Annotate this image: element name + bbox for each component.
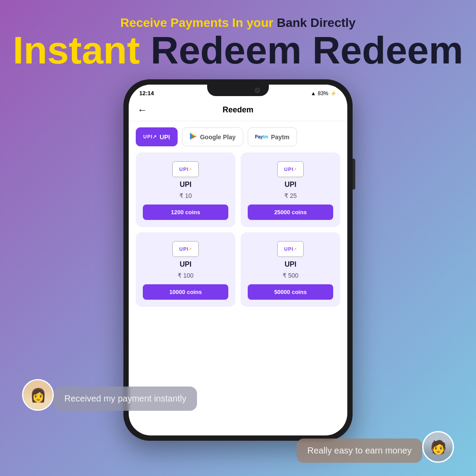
coins-button-4[interactable]: 50000 coins [248, 284, 333, 300]
coins-button-3[interactable]: 10000 coins [143, 284, 228, 300]
cards-grid: UPI ↗ UPI ₹ 10 1200 coins UPI ↗ UPI ₹ 25… [129, 152, 347, 314]
card-label-3: UPI [180, 260, 192, 268]
upi-logo-1: UPI ↗ [172, 161, 199, 177]
upi-tab-label: UPI [160, 134, 170, 141]
paytm-icon: Paytm [255, 134, 268, 139]
status-time: 12:14 [139, 90, 154, 97]
header-section: Receive Payments In your Bank Directly I… [13, 0, 463, 71]
card-amount-4: ₹ 500 [283, 272, 298, 279]
avatar-left: 👩 [22, 379, 54, 411]
main-title: Instant Redeem Redeem [13, 30, 463, 71]
app-header: ← Reedem [129, 99, 347, 121]
redeem-card-3: UPI ↗ UPI ₹ 100 10000 coins [136, 232, 235, 307]
notch-camera [255, 88, 260, 93]
tab-upi[interactable]: UPI↗ UPI [136, 127, 178, 146]
status-icons: ▲ 83% ⚡ [311, 90, 337, 97]
redeem-card-2: UPI ↗ UPI ₹ 25 25000 coins [241, 152, 340, 227]
bubble-left-text: Received my payment instantly [54, 387, 197, 411]
back-button[interactable]: ← [138, 104, 147, 116]
avatar-right: 🧑 [422, 431, 454, 463]
card-amount-1: ₹ 10 [179, 192, 192, 199]
coins-button-2[interactable]: 25000 coins [248, 205, 333, 220]
bubble-right-text: Really easy to earn money [297, 439, 422, 463]
card-label-4: UPI [285, 260, 297, 268]
card-amount-3: ₹ 100 [178, 272, 193, 279]
title-redeem: Redeem [151, 28, 301, 72]
googleplay-tab-label: Google Play [200, 134, 236, 141]
upi-logo-2: UPI ↗ [277, 161, 304, 177]
chat-bubble-right: Really easy to earn money 🧑 [297, 431, 454, 463]
subtitle-yellow: Receive Payments In your [120, 16, 273, 30]
googleplay-icon [190, 132, 197, 141]
title-instant: Instant [13, 28, 140, 72]
card-amount-2: ₹ 25 [284, 192, 297, 199]
tabs-row: UPI↗ UPI Google Play [129, 121, 347, 152]
paytm-tab-label: Paytm [271, 134, 290, 141]
signal-icon: ▲ [311, 90, 316, 97]
coins-button-1[interactable]: 1200 coins [143, 205, 228, 220]
battery-icon: ⚡ [330, 90, 337, 97]
card-label-1: UPI [180, 181, 192, 189]
upi-logo-3: UPI ↗ [172, 241, 199, 257]
phone-notch [207, 85, 269, 96]
avatar-right-image: 🧑 [424, 432, 453, 461]
title-redeem2: Redeem [312, 28, 463, 72]
app-title: Reedem [223, 105, 253, 115]
tab-paytm[interactable]: Paytm Paytm [248, 127, 297, 146]
upi-tab-icon: UPI↗ [143, 134, 157, 140]
battery-percent: 83% [318, 90, 328, 97]
redeem-card-4: UPI ↗ UPI ₹ 500 50000 coins [241, 232, 340, 307]
tab-googleplay[interactable]: Google Play [182, 127, 243, 146]
card-label-2: UPI [285, 181, 297, 189]
subtitle-black: Bank Directly [277, 16, 356, 30]
upi-logo-4: UPI ↗ [277, 241, 304, 257]
redeem-card-1: UPI ↗ UPI ₹ 10 1200 coins [136, 152, 235, 227]
chat-bubble-left: 👩 Received my payment instantly [22, 379, 197, 411]
avatar-left-image: 👩 [23, 380, 52, 409]
